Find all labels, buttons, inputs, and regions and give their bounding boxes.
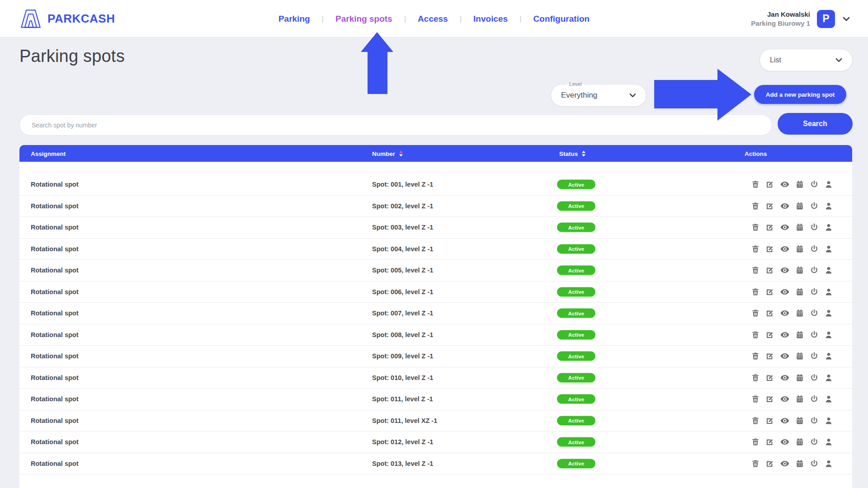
user-icon[interactable]	[824, 266, 833, 275]
calendar-icon[interactable]	[795, 437, 804, 446]
power-icon[interactable]	[810, 223, 819, 232]
calendar-icon[interactable]	[795, 394, 804, 404]
user-icon[interactable]	[824, 352, 833, 361]
brand-logo-link[interactable]: PARKCASH	[20, 8, 115, 29]
power-icon[interactable]	[810, 330, 819, 339]
edit-icon[interactable]	[765, 287, 774, 296]
edit-icon[interactable]	[765, 373, 774, 382]
user-icon[interactable]	[824, 202, 833, 211]
trash-icon[interactable]	[751, 244, 760, 253]
nav-item-invoices[interactable]: Invoices	[473, 14, 508, 24]
power-icon[interactable]	[810, 202, 819, 211]
search-input[interactable]	[19, 114, 772, 136]
sort-icon[interactable]	[582, 150, 585, 156]
column-header-number[interactable]: Number	[372, 150, 403, 157]
trash-icon[interactable]	[751, 180, 760, 189]
calendar-icon[interactable]	[795, 244, 804, 253]
trash-icon[interactable]	[751, 223, 760, 232]
calendar-icon[interactable]	[795, 330, 804, 339]
eye-icon[interactable]	[780, 179, 790, 189]
trash-icon[interactable]	[751, 266, 760, 275]
user-icon[interactable]	[824, 180, 833, 189]
trash-icon[interactable]	[751, 330, 760, 339]
calendar-icon[interactable]	[795, 202, 804, 211]
eye-icon[interactable]	[780, 287, 790, 297]
eye-icon[interactable]	[780, 373, 790, 383]
user-menu[interactable]: Jan Kowalski Parking Biurowy 1 P	[751, 0, 850, 38]
trash-icon[interactable]	[751, 394, 760, 404]
edit-icon[interactable]	[765, 309, 774, 318]
edit-icon[interactable]	[765, 223, 774, 232]
trash-icon[interactable]	[751, 416, 760, 425]
power-icon[interactable]	[810, 180, 819, 189]
edit-icon[interactable]	[765, 352, 774, 361]
calendar-icon[interactable]	[795, 223, 804, 232]
trash-icon[interactable]	[751, 309, 760, 318]
nav-item-parking-spots[interactable]: Parking spots	[335, 14, 392, 24]
sort-icon[interactable]	[399, 150, 403, 156]
eye-icon[interactable]	[780, 459, 790, 469]
nav-item-access[interactable]: Access	[418, 14, 448, 24]
trash-icon[interactable]	[751, 459, 760, 468]
trash-icon[interactable]	[751, 352, 760, 361]
eye-icon[interactable]	[780, 201, 790, 211]
calendar-icon[interactable]	[795, 287, 804, 296]
edit-icon[interactable]	[765, 266, 774, 275]
eye-icon[interactable]	[780, 437, 790, 447]
power-icon[interactable]	[810, 416, 819, 425]
nav-item-configuration[interactable]: Configuration	[533, 14, 590, 24]
avatar[interactable]: P	[817, 10, 835, 28]
calendar-icon[interactable]	[795, 352, 804, 361]
edit-icon[interactable]	[765, 202, 774, 211]
view-select[interactable]: List	[760, 49, 853, 71]
power-icon[interactable]	[810, 437, 819, 446]
power-icon[interactable]	[810, 266, 819, 275]
eye-icon[interactable]	[780, 416, 790, 426]
trash-icon[interactable]	[751, 373, 760, 382]
user-icon[interactable]	[824, 394, 833, 404]
user-icon[interactable]	[824, 437, 833, 446]
calendar-icon[interactable]	[795, 459, 804, 468]
trash-icon[interactable]	[751, 287, 760, 296]
trash-icon[interactable]	[751, 437, 760, 446]
add-parking-spot-button[interactable]: Add a new parking spot	[754, 85, 846, 104]
power-icon[interactable]	[810, 459, 819, 468]
user-icon[interactable]	[824, 309, 833, 318]
edit-icon[interactable]	[765, 437, 774, 446]
edit-icon[interactable]	[765, 244, 774, 253]
power-icon[interactable]	[810, 352, 819, 361]
calendar-icon[interactable]	[795, 180, 804, 189]
chevron-down-icon[interactable]	[843, 17, 850, 21]
edit-icon[interactable]	[765, 330, 774, 339]
nav-item-parking[interactable]: Parking	[278, 14, 310, 24]
user-icon[interactable]	[824, 223, 833, 232]
calendar-icon[interactable]	[795, 416, 804, 425]
user-icon[interactable]	[824, 244, 833, 253]
edit-icon[interactable]	[765, 459, 774, 468]
calendar-icon[interactable]	[795, 309, 804, 318]
eye-icon[interactable]	[780, 265, 790, 275]
power-icon[interactable]	[810, 309, 819, 318]
eye-icon[interactable]	[780, 222, 790, 232]
calendar-icon[interactable]	[795, 373, 804, 382]
trash-icon[interactable]	[751, 202, 760, 211]
calendar-icon[interactable]	[795, 266, 804, 275]
user-icon[interactable]	[824, 416, 833, 425]
edit-icon[interactable]	[765, 394, 774, 404]
eye-icon[interactable]	[780, 244, 790, 254]
user-icon[interactable]	[824, 373, 833, 382]
user-icon[interactable]	[824, 459, 833, 468]
edit-icon[interactable]	[765, 416, 774, 425]
power-icon[interactable]	[810, 394, 819, 404]
edit-icon[interactable]	[765, 180, 774, 189]
level-select[interactable]: Level Everything	[551, 84, 646, 107]
eye-icon[interactable]	[780, 351, 790, 361]
eye-icon[interactable]	[780, 308, 790, 318]
column-header-status[interactable]: Status	[559, 150, 585, 157]
power-icon[interactable]	[810, 287, 819, 296]
eye-icon[interactable]	[780, 394, 790, 404]
power-icon[interactable]	[810, 244, 819, 253]
search-button[interactable]: Search	[778, 113, 853, 135]
eye-icon[interactable]	[780, 330, 790, 340]
power-icon[interactable]	[810, 373, 819, 382]
